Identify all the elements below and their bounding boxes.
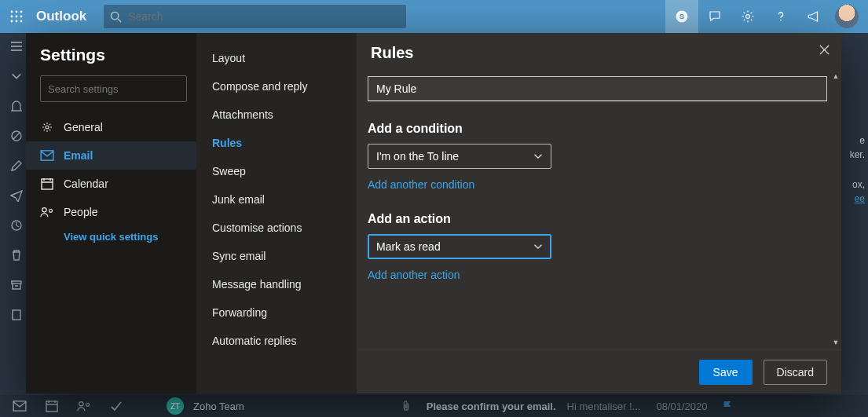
svg-line-16 [13,133,20,140]
app-launcher-button[interactable] [0,0,33,33]
scroll-up-icon: ▲ [832,72,840,80]
message-subject: Please confirm your email. [427,401,556,412]
settings-search[interactable] [40,75,187,102]
rail-menu-button[interactable] [9,39,24,53]
top-bar: Outlook S [0,0,868,33]
svg-point-4 [16,16,18,18]
scrollbar[interactable]: ▲ ▼ [832,72,840,346]
rail-notification-button[interactable] [9,99,24,113]
settings-button[interactable] [731,0,764,33]
sub-layout[interactable]: Layout [196,44,357,72]
rail-send-button[interactable] [9,188,24,203]
svg-point-7 [16,20,18,23]
svg-point-6 [11,20,13,23]
rail-archive-button[interactable] [9,278,24,292]
nav-people[interactable]: People [40,198,187,226]
avatar[interactable] [835,5,859,28]
nav-label: Calendar [64,177,108,190]
message-date: 08/01/2020 [656,401,707,412]
svg-point-1 [16,11,18,13]
chevron-down-icon [533,242,543,251]
nav-label: People [64,206,98,218]
email-settings-subnav: Layout Compose and reply Attachments Rul… [196,33,357,393]
rail-history-button[interactable] [9,218,24,232]
view-quick-settings-link[interactable]: View quick settings [64,231,187,243]
people-icon [40,206,54,218]
module-mail-button[interactable] [13,401,27,412]
nav-email[interactable]: Email [26,141,196,170]
rail-edit-button[interactable] [9,159,24,173]
rail-delete-button[interactable] [9,248,24,262]
save-button[interactable]: Save [699,360,753,385]
sub-automatic-replies[interactable]: Automatic replies [196,327,357,355]
svg-rect-21 [46,401,57,412]
action-dropdown[interactable]: Mark as read [368,234,551,259]
condition-dropdown[interactable]: I'm on the To line [368,144,551,169]
svg-point-13 [746,15,750,19]
chevron-down-icon [533,152,543,161]
svg-point-8 [20,20,23,23]
action-section-label: Add an action [368,212,827,226]
nav-general[interactable]: General [40,113,187,141]
sub-rules[interactable]: Rules [196,129,357,157]
question-icon [775,10,787,23]
bottom-bar: ZT Zoho Team Please confirm your email. … [0,395,868,417]
module-people-button[interactable] [77,400,91,412]
svg-point-3 [11,16,13,18]
rule-name-input[interactable] [368,76,827,101]
rail-chevron-down-button[interactable] [9,69,24,83]
rail-blocked-button[interactable] [9,129,24,143]
sub-attachments[interactable]: Attachments [196,101,357,129]
svg-point-26 [46,126,49,129]
sender-avatar: ZT [167,397,184,415]
settings-dialog: Settings General Email Calendar People [26,33,841,393]
svg-point-30 [49,209,53,212]
sub-forwarding[interactable]: Forwarding [196,298,357,327]
megaphone-icon [807,9,821,24]
settings-search-input[interactable] [48,83,180,95]
message-row[interactable]: ZT Zoho Team Please confirm your email. … [167,395,865,417]
help-button[interactable] [764,0,797,33]
svg-point-0 [11,11,13,13]
rules-title: Rules [371,44,413,62]
sub-message-handling[interactable]: Message handling [196,270,357,298]
nav-calendar[interactable]: Calendar [40,170,187,198]
rail-notes-button[interactable] [9,308,24,322]
gear-icon [40,121,54,134]
module-tasks-button[interactable] [110,400,123,412]
skype-icon: S [675,9,689,24]
global-search[interactable] [104,5,406,28]
close-button[interactable] [819,44,830,56]
action-value: Mark as read [376,240,441,253]
add-action-link[interactable]: Add another action [368,269,460,281]
sub-compose-reply[interactable]: Compose and reply [196,72,357,101]
svg-point-5 [20,16,23,18]
announce-button[interactable] [797,0,830,33]
settings-nav: Settings General Email Calendar People [26,33,196,393]
sub-junk[interactable]: Junk email [196,185,357,214]
brand-title: Outlook [33,9,96,24]
attachment-icon [401,401,411,412]
sub-sweep[interactable]: Sweep [196,157,357,185]
teams-button[interactable] [698,0,731,33]
svg-rect-19 [13,310,20,320]
scroll-down-icon: ▼ [832,338,840,346]
calendar-icon [40,177,54,190]
add-condition-link[interactable]: Add another condition [368,178,474,191]
svg-rect-28 [42,179,53,189]
global-search-input[interactable] [128,10,400,23]
svg-point-2 [20,11,23,13]
sub-sync-email[interactable]: Sync email [196,242,357,270]
underlying-reading-pane: e ker. ox, ee [838,33,868,395]
module-calendar-button[interactable] [46,400,58,412]
waffle-icon [10,10,23,23]
search-icon [110,11,122,23]
svg-point-9 [112,12,119,19]
skype-button[interactable]: S [665,0,698,33]
rules-panel: Rules Add a condition I'm on the To line… [357,33,841,393]
svg-point-14 [780,20,782,21]
sub-customise-actions[interactable]: Customise actions [196,214,357,242]
rules-footer: Save Discard [357,349,841,393]
flag-icon[interactable] [722,401,733,412]
discard-button[interactable]: Discard [764,360,827,385]
